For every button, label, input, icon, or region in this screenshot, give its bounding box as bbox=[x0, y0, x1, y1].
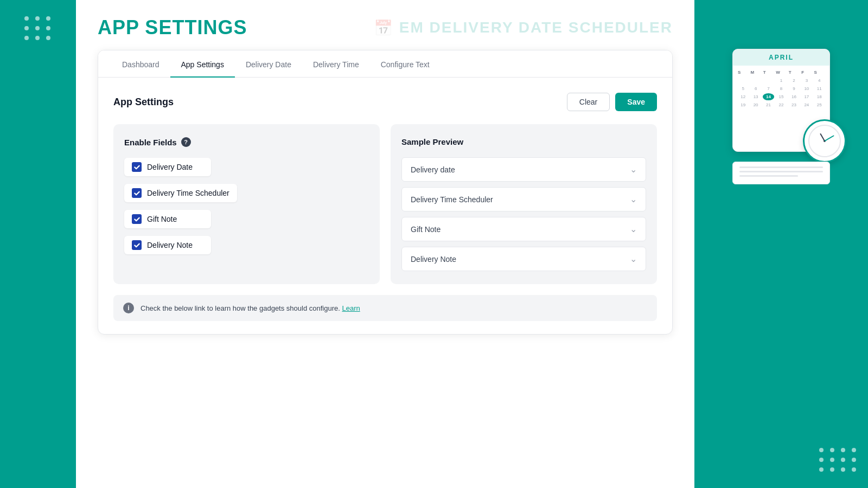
info-text: Check the below link to learn how the ga… bbox=[141, 304, 360, 312]
card-container: Dashboard App Settings Delivery Date Del… bbox=[76, 50, 694, 488]
doc-line-3 bbox=[739, 175, 798, 177]
checkbox-gift-note-label: Gift Note bbox=[147, 215, 177, 223]
tab-configure-text[interactable]: Configure Text bbox=[370, 50, 441, 78]
checkbox-delivery-time-check bbox=[132, 188, 142, 198]
dots-decoration bbox=[24, 16, 52, 40]
chevron-down-icon: ⌄ bbox=[630, 194, 637, 204]
sample-preview-panel: Sample Preview Delivery date ⌄ Delivery … bbox=[391, 124, 657, 284]
tab-delivery-time[interactable]: Delivery Time bbox=[302, 50, 370, 78]
card-body: App Settings Clear Save Enable Fields ? bbox=[98, 78, 672, 334]
info-bar: i Check the below link to learn how the … bbox=[113, 295, 657, 321]
brand-logo: 📅 EM DELIVERY DATE SCHEDULER bbox=[374, 19, 673, 37]
preview-title: Sample Preview bbox=[401, 137, 646, 146]
enable-fields-panel: Enable Fields ? Delivery Date bbox=[113, 124, 380, 284]
page-title: APP SETTINGS bbox=[98, 16, 247, 39]
right-sidebar: APRIL S M T W T F S 1 2 3 4 5 6 7 bbox=[694, 0, 868, 488]
checkbox-delivery-note-label: Delivery Note bbox=[147, 241, 193, 249]
info-icon: i bbox=[123, 303, 134, 313]
learn-link[interactable]: Learn bbox=[342, 304, 360, 312]
checkbox-delivery-time-scheduler[interactable]: Delivery Time Scheduler bbox=[124, 184, 237, 202]
preview-delivery-time-label: Delivery Time Scheduler bbox=[411, 195, 493, 204]
checkbox-gift-note[interactable]: Gift Note bbox=[124, 210, 211, 228]
brand-text: EM DELIVERY DATE SCHEDULER bbox=[399, 19, 673, 36]
section-header: App Settings Clear Save bbox=[113, 93, 657, 111]
save-button[interactable]: Save bbox=[615, 93, 657, 111]
tab-app-settings[interactable]: App Settings bbox=[170, 50, 235, 78]
preview-row-delivery-note[interactable]: Delivery Note ⌄ bbox=[401, 247, 646, 271]
left-sidebar bbox=[0, 0, 76, 488]
calendar-grid: S M T W T F S 1 2 3 4 5 6 7 8 9 10 bbox=[733, 66, 829, 112]
document-lines bbox=[732, 162, 830, 184]
checkbox-gift-note-check bbox=[132, 214, 142, 224]
two-col-layout: Enable Fields ? Delivery Date bbox=[113, 124, 657, 284]
checkbox-delivery-date-label: Delivery Date bbox=[147, 163, 193, 171]
calendar-brand-icon: 📅 bbox=[374, 19, 393, 37]
tab-delivery-date[interactable]: Delivery Date bbox=[235, 50, 302, 78]
checkbox-list: Delivery Date Delivery Time Scheduler bbox=[124, 158, 369, 254]
help-icon[interactable]: ? bbox=[181, 137, 191, 147]
enable-fields-title: Enable Fields ? bbox=[124, 137, 369, 147]
checkbox-delivery-note-check bbox=[132, 240, 142, 250]
clock-minute-hand bbox=[825, 135, 834, 142]
calendar-month: APRIL bbox=[733, 49, 829, 66]
chevron-down-icon: ⌄ bbox=[630, 164, 637, 175]
clock-face bbox=[808, 125, 841, 157]
main-content: APP SETTINGS 📅 EM DELIVERY DATE SCHEDULE… bbox=[76, 0, 694, 488]
settings-card: Dashboard App Settings Delivery Date Del… bbox=[98, 50, 673, 335]
doc-line-2 bbox=[739, 171, 823, 172]
preview-row-gift-note[interactable]: Gift Note ⌄ bbox=[401, 217, 646, 241]
header-actions: Clear Save bbox=[567, 93, 657, 111]
checkbox-delivery-date[interactable]: Delivery Date bbox=[124, 158, 211, 176]
checkbox-delivery-note[interactable]: Delivery Note bbox=[124, 236, 211, 254]
tab-dashboard[interactable]: Dashboard bbox=[111, 50, 170, 78]
calendar-illustration: APRIL S M T W T F S 1 2 3 4 5 6 7 bbox=[727, 49, 835, 168]
preview-row-delivery-time[interactable]: Delivery Time Scheduler ⌄ bbox=[401, 187, 646, 211]
chevron-down-icon: ⌄ bbox=[630, 224, 637, 234]
doc-line-1 bbox=[739, 166, 823, 168]
preview-list: Delivery date ⌄ Delivery Time Scheduler … bbox=[401, 157, 646, 271]
preview-row-delivery-date[interactable]: Delivery date ⌄ bbox=[401, 157, 646, 182]
preview-delivery-date-label: Delivery date bbox=[411, 165, 455, 174]
section-title: App Settings bbox=[113, 97, 174, 108]
checkbox-delivery-date-check bbox=[132, 162, 142, 172]
checkbox-delivery-time-label: Delivery Time Scheduler bbox=[147, 189, 229, 197]
preview-delivery-note-label: Delivery Note bbox=[411, 255, 456, 264]
clear-button[interactable]: Clear bbox=[567, 93, 610, 111]
clock-graphic bbox=[803, 119, 846, 163]
preview-gift-note-label: Gift Note bbox=[411, 225, 441, 234]
tab-navigation: Dashboard App Settings Delivery Date Del… bbox=[98, 50, 672, 78]
chevron-down-icon: ⌄ bbox=[630, 254, 637, 264]
bottom-dots-decoration bbox=[819, 448, 857, 472]
header: APP SETTINGS 📅 EM DELIVERY DATE SCHEDULE… bbox=[76, 0, 694, 50]
